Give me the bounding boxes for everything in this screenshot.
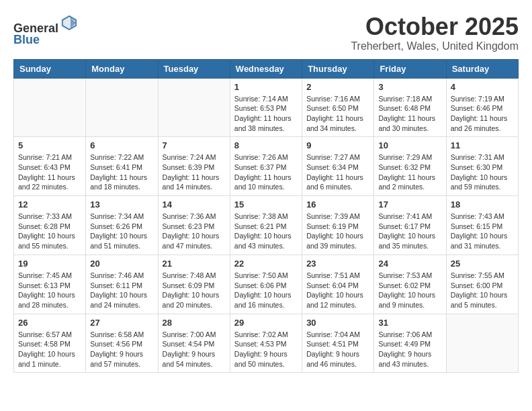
- calendar-week-row: 26Sunrise: 6:57 AM Sunset: 4:58 PM Dayli…: [14, 314, 519, 373]
- calendar-day-cell: [14, 78, 86, 137]
- day-number: 17: [378, 199, 441, 210]
- day-number: 24: [378, 259, 441, 269]
- day-info: Sunrise: 7:19 AM Sunset: 6:46 PM Dayligh…: [451, 94, 514, 134]
- day-info: Sunrise: 7:29 AM Sunset: 6:32 PM Dayligh…: [378, 152, 441, 192]
- day-number: 22: [234, 259, 298, 269]
- day-header-monday: Monday: [86, 59, 158, 78]
- day-info: Sunrise: 7:55 AM Sunset: 6:00 PM Dayligh…: [451, 271, 514, 310]
- calendar-day-cell: 22Sunrise: 7:50 AM Sunset: 6:06 PM Dayli…: [230, 255, 302, 314]
- calendar-day-cell: 18Sunrise: 7:43 AM Sunset: 6:15 PM Dayli…: [446, 196, 518, 255]
- calendar-day-cell: 17Sunrise: 7:41 AM Sunset: 6:17 PM Dayli…: [374, 196, 446, 255]
- day-number: 31: [378, 318, 441, 328]
- month-title: October 2025: [351, 13, 519, 40]
- calendar-day-cell: 5Sunrise: 7:21 AM Sunset: 6:43 PM Daylig…: [14, 137, 86, 196]
- logo-flag-icon: [60, 13, 79, 32]
- day-number: 16: [306, 199, 369, 210]
- calendar-day-cell: 24Sunrise: 7:53 AM Sunset: 6:02 PM Dayli…: [374, 255, 446, 314]
- calendar-day-cell: 8Sunrise: 7:26 AM Sunset: 6:37 PM Daylig…: [230, 137, 302, 196]
- day-info: Sunrise: 7:31 AM Sunset: 6:30 PM Dayligh…: [451, 152, 514, 192]
- day-info: Sunrise: 7:27 AM Sunset: 6:34 PM Dayligh…: [306, 152, 369, 192]
- calendar-week-row: 19Sunrise: 7:45 AM Sunset: 6:13 PM Dayli…: [14, 255, 519, 314]
- calendar-day-cell: 29Sunrise: 7:02 AM Sunset: 4:53 PM Dayli…: [230, 314, 302, 373]
- calendar-day-cell: [446, 314, 518, 373]
- calendar-day-cell: 9Sunrise: 7:27 AM Sunset: 6:34 PM Daylig…: [302, 137, 374, 196]
- calendar-day-cell: 13Sunrise: 7:34 AM Sunset: 6:26 PM Dayli…: [86, 196, 158, 255]
- day-header-tuesday: Tuesday: [158, 59, 230, 78]
- day-header-sunday: Sunday: [14, 59, 86, 78]
- day-info: Sunrise: 7:21 AM Sunset: 6:43 PM Dayligh…: [18, 152, 81, 192]
- day-info: Sunrise: 7:16 AM Sunset: 6:50 PM Dayligh…: [306, 94, 369, 134]
- logo-blue: Blue: [13, 33, 79, 47]
- calendar-day-cell: 21Sunrise: 7:48 AM Sunset: 6:09 PM Dayli…: [158, 255, 230, 314]
- calendar-day-cell: 20Sunrise: 7:46 AM Sunset: 6:11 PM Dayli…: [86, 255, 158, 314]
- day-info: Sunrise: 7:53 AM Sunset: 6:02 PM Dayligh…: [378, 271, 441, 310]
- day-info: Sunrise: 7:45 AM Sunset: 6:13 PM Dayligh…: [18, 271, 81, 310]
- title-block: October 2025 Treherbert, Wales, United K…: [351, 13, 519, 52]
- day-number: 21: [163, 259, 226, 269]
- day-info: Sunrise: 7:39 AM Sunset: 6:19 PM Dayligh…: [306, 212, 369, 251]
- day-info: Sunrise: 7:18 AM Sunset: 6:48 PM Dayligh…: [378, 94, 441, 134]
- calendar-day-cell: 30Sunrise: 7:04 AM Sunset: 4:51 PM Dayli…: [302, 314, 374, 373]
- calendar-day-cell: 16Sunrise: 7:39 AM Sunset: 6:19 PM Dayli…: [302, 196, 374, 255]
- day-info: Sunrise: 7:38 AM Sunset: 6:21 PM Dayligh…: [234, 212, 298, 251]
- calendar-day-cell: 12Sunrise: 7:33 AM Sunset: 6:28 PM Dayli…: [14, 196, 86, 255]
- calendar-day-cell: [158, 78, 230, 137]
- day-info: Sunrise: 7:46 AM Sunset: 6:11 PM Dayligh…: [90, 271, 153, 310]
- day-info: Sunrise: 7:48 AM Sunset: 6:09 PM Dayligh…: [163, 271, 226, 310]
- location-title: Treherbert, Wales, United Kingdom: [351, 40, 519, 52]
- calendar-week-row: 5Sunrise: 7:21 AM Sunset: 6:43 PM Daylig…: [14, 137, 519, 196]
- calendar-day-cell: 23Sunrise: 7:51 AM Sunset: 6:04 PM Dayli…: [302, 255, 374, 314]
- day-header-friday: Friday: [374, 59, 446, 78]
- day-number: 11: [451, 140, 514, 150]
- day-number: 28: [163, 318, 226, 328]
- calendar-day-cell: [86, 78, 158, 137]
- day-info: Sunrise: 7:26 AM Sunset: 6:37 PM Dayligh…: [234, 152, 298, 192]
- day-info: Sunrise: 7:36 AM Sunset: 6:23 PM Dayligh…: [163, 212, 226, 251]
- day-header-saturday: Saturday: [446, 59, 518, 78]
- day-number: 13: [90, 199, 153, 210]
- day-info: Sunrise: 7:02 AM Sunset: 4:53 PM Dayligh…: [234, 330, 298, 369]
- day-number: 2: [306, 82, 369, 92]
- day-number: 1: [234, 82, 298, 92]
- day-number: 8: [234, 140, 298, 150]
- day-info: Sunrise: 7:04 AM Sunset: 4:51 PM Dayligh…: [306, 330, 369, 369]
- calendar-day-cell: 11Sunrise: 7:31 AM Sunset: 6:30 PM Dayli…: [446, 137, 518, 196]
- day-number: 14: [163, 199, 226, 210]
- day-number: 15: [234, 199, 298, 210]
- day-info: Sunrise: 7:33 AM Sunset: 6:28 PM Dayligh…: [18, 212, 81, 251]
- day-number: 18: [451, 199, 514, 210]
- day-number: 12: [18, 199, 81, 210]
- day-info: Sunrise: 6:58 AM Sunset: 4:56 PM Dayligh…: [90, 330, 153, 369]
- calendar-day-cell: 7Sunrise: 7:24 AM Sunset: 6:39 PM Daylig…: [158, 137, 230, 196]
- calendar-day-cell: 27Sunrise: 6:58 AM Sunset: 4:56 PM Dayli…: [86, 314, 158, 373]
- day-header-thursday: Thursday: [302, 59, 374, 78]
- days-header-row: SundayMondayTuesdayWednesdayThursdayFrid…: [14, 59, 519, 78]
- day-number: 9: [306, 140, 369, 150]
- day-info: Sunrise: 7:14 AM Sunset: 6:53 PM Dayligh…: [234, 94, 298, 134]
- day-number: 23: [306, 259, 369, 269]
- day-number: 29: [234, 318, 298, 328]
- calendar-day-cell: 28Sunrise: 7:00 AM Sunset: 4:54 PM Dayli…: [158, 314, 230, 373]
- day-number: 25: [451, 259, 514, 269]
- day-info: Sunrise: 7:00 AM Sunset: 4:54 PM Dayligh…: [163, 330, 226, 369]
- day-number: 27: [90, 318, 153, 328]
- calendar-day-cell: 19Sunrise: 7:45 AM Sunset: 6:13 PM Dayli…: [14, 255, 86, 314]
- day-number: 10: [378, 140, 441, 150]
- calendar-week-row: 1Sunrise: 7:14 AM Sunset: 6:53 PM Daylig…: [14, 78, 519, 137]
- day-number: 20: [90, 259, 153, 269]
- day-header-wednesday: Wednesday: [230, 59, 302, 78]
- day-info: Sunrise: 7:06 AM Sunset: 4:49 PM Dayligh…: [378, 330, 441, 369]
- day-number: 6: [90, 140, 153, 150]
- calendar-day-cell: 25Sunrise: 7:55 AM Sunset: 6:00 PM Dayli…: [446, 255, 518, 314]
- page-header: General Blue October 2025 Treherbert, Wa…: [13, 13, 519, 52]
- day-info: Sunrise: 7:43 AM Sunset: 6:15 PM Dayligh…: [451, 212, 514, 251]
- day-info: Sunrise: 7:22 AM Sunset: 6:41 PM Dayligh…: [90, 152, 153, 192]
- day-number: 30: [306, 318, 369, 328]
- day-info: Sunrise: 7:34 AM Sunset: 6:26 PM Dayligh…: [90, 212, 153, 251]
- day-info: Sunrise: 6:57 AM Sunset: 4:58 PM Dayligh…: [18, 330, 81, 369]
- day-info: Sunrise: 7:24 AM Sunset: 6:39 PM Dayligh…: [163, 152, 226, 192]
- calendar-day-cell: 6Sunrise: 7:22 AM Sunset: 6:41 PM Daylig…: [86, 137, 158, 196]
- calendar-day-cell: 2Sunrise: 7:16 AM Sunset: 6:50 PM Daylig…: [302, 78, 374, 137]
- logo: General Blue: [13, 13, 79, 47]
- day-number: 3: [378, 82, 441, 92]
